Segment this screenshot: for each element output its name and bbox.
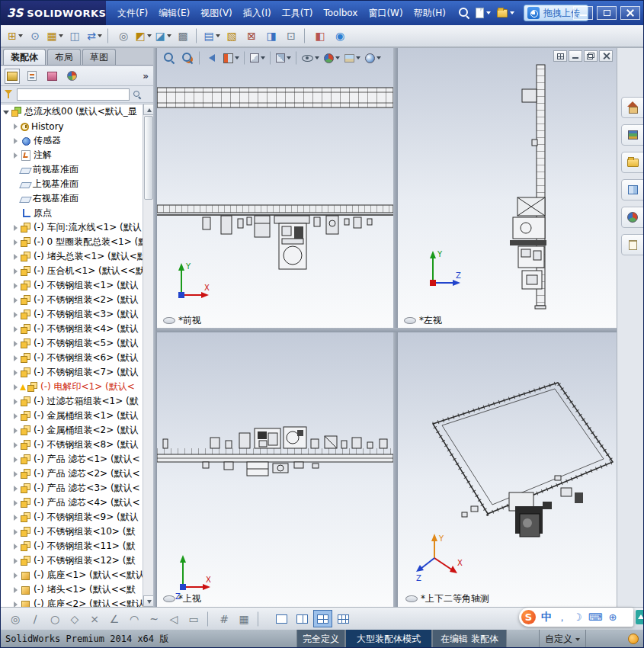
tree-item[interactable]: (-) 产品 滤芯<2> (默认< <box>1 467 143 481</box>
search-icon[interactable] <box>459 8 469 18</box>
menu-item[interactable]: 插入(I) <box>238 1 277 25</box>
tree-expand-caret[interactable] <box>12 456 20 464</box>
smart-dimension-icon[interactable]: ◎ <box>6 610 24 628</box>
tree-item[interactable]: (-) 0 型圈装配总装<1> (默 <box>1 235 143 249</box>
tree-expand-caret[interactable] <box>12 586 20 594</box>
tree-expand-caret[interactable] <box>12 557 20 565</box>
filter-search-icon[interactable] <box>133 90 142 99</box>
open-document-button[interactable] <box>497 9 514 18</box>
sketch-tool-button[interactable] <box>258 611 261 627</box>
viewport-left[interactable]: Y Z *左视 <box>398 48 617 328</box>
toolbar-button[interactable] <box>196 28 199 43</box>
tree-item[interactable]: (-) 不锈钢组装<1> (默认 <box>1 278 143 293</box>
toolbar-button[interactable] <box>107 28 111 43</box>
hide-show-items-icon[interactable] <box>300 50 322 66</box>
tree-item[interactable]: (-) 金属桶组装<1> (默认 <box>1 409 143 423</box>
circle-icon[interactable]: ○ <box>46 610 64 628</box>
viewport-front[interactable]: Y X *前视 <box>157 48 393 328</box>
tree-expand-caret[interactable] <box>12 383 20 391</box>
appearances-icon[interactable] <box>621 207 644 228</box>
previous-view-icon[interactable] <box>203 50 221 66</box>
tree-item[interactable]: 上视基准面 <box>1 177 143 191</box>
tree-expand-caret[interactable] <box>12 572 20 579</box>
mass-properties-icon[interactable]: ⊡ <box>282 27 300 45</box>
angle-icon[interactable]: ∠ <box>105 610 123 628</box>
tree-expand-caret[interactable] <box>12 166 20 174</box>
help-icon[interactable] <box>628 634 639 644</box>
tree-expand-caret[interactable] <box>12 601 20 608</box>
maximize-button[interactable] <box>597 6 617 20</box>
ime-mode-toggle[interactable]: 中 <box>541 611 552 624</box>
section-properties-icon[interactable]: ◧ <box>311 27 329 45</box>
assembly-features-icon[interactable]: ◩ <box>134 27 152 45</box>
view-palette-icon[interactable] <box>621 179 644 200</box>
tree-item[interactable]: 右视基准面 <box>1 191 143 206</box>
show-hidden-components-icon[interactable]: ◎ <box>114 27 133 45</box>
tree-item[interactable]: (-) 不锈钢组装<3> (默认 <box>1 307 143 322</box>
spline-icon[interactable]: ~ <box>145 610 163 628</box>
panel-tab[interactable]: 装配体 <box>3 49 46 65</box>
smart-fasteners-icon[interactable]: ◫ <box>66 27 84 45</box>
close-viewport-icon[interactable] <box>599 50 613 62</box>
bill-of-materials-icon[interactable]: ▤ <box>203 27 221 45</box>
line-icon[interactable]: ∕ <box>26 610 44 628</box>
menu-item[interactable]: 视图(V) <box>195 1 238 25</box>
measure-icon[interactable]: ◨ <box>262 27 280 45</box>
tree-expand-caret[interactable] <box>12 398 20 406</box>
grid-icon[interactable]: # <box>215 610 233 628</box>
menu-item[interactable]: 窗口(W) <box>363 1 408 25</box>
tree-item[interactable]: 传感器 <box>1 133 143 148</box>
tree-expand-caret[interactable] <box>12 253 20 261</box>
tree-expand-caret[interactable] <box>12 470 20 478</box>
sensors-icon[interactable]: ◉ <box>331 27 349 45</box>
tree-item[interactable]: (-) 堵头总装<1> (默认<默 <box>1 249 143 264</box>
design-library-icon[interactable] <box>621 124 644 146</box>
menu-item[interactable]: 编辑(E) <box>153 1 195 25</box>
punctuation-icon[interactable]: ， <box>557 612 567 622</box>
minimize-button[interactable] <box>573 6 593 20</box>
heads-up-button[interactable] <box>270 51 271 65</box>
menu-item[interactable]: 文件(F) <box>112 1 153 25</box>
tree-expand-caret[interactable] <box>12 311 20 319</box>
tree-expand-caret[interactable] <box>12 181 20 188</box>
tree-item[interactable]: (-) 不锈钢组装<12> (默 <box>1 553 143 568</box>
horizontal-viewport-splitter[interactable] <box>157 328 617 332</box>
zoom-to-area-icon[interactable] <box>178 50 197 66</box>
custom-toolbar-selector[interactable]: 自定义 <box>539 630 586 648</box>
moon-icon[interactable]: ☽ <box>573 612 582 622</box>
sogou-logo-icon[interactable]: S <box>521 610 536 624</box>
tree-expand-caret[interactable] <box>12 514 20 521</box>
tree-item[interactable]: (-) 不锈钢组装<10> (默 <box>1 524 143 539</box>
minimize-viewport-icon[interactable] <box>569 50 582 62</box>
tree-expand-caret[interactable] <box>12 282 20 290</box>
tree-item[interactable]: (-) 车间:流水线<1> (默认 <box>1 220 143 235</box>
tree-item[interactable]: (-) 过滤芯箱组装<1> (默 <box>1 394 143 409</box>
tree-item[interactable]: (-) 不锈钢组装<7> (默认 <box>1 365 143 380</box>
displaymanager-tab-icon[interactable] <box>64 69 79 84</box>
tree-item[interactable]: (-) 不锈钢组装<2> (默认 <box>1 293 143 307</box>
viewport-grid-icon[interactable] <box>553 50 567 62</box>
insert-components-icon[interactable]: ⊞ <box>6 27 24 45</box>
tree-item[interactable]: 注解 <box>1 148 143 162</box>
scrollbar-thumb[interactable] <box>144 116 153 200</box>
tree-expand-caret[interactable] <box>12 499 20 507</box>
tree-expand-caret[interactable] <box>12 369 20 377</box>
configurationmanager-tab-icon[interactable] <box>44 69 59 84</box>
viewport-iso[interactable]: Y X Z *上下二等角轴测 <box>398 332 617 607</box>
tree-item[interactable]: (-) 产品 滤芯<4> (默认< <box>1 496 143 510</box>
four-viewport-button[interactable] <box>313 610 332 627</box>
move-component-icon[interactable]: ⇄ <box>85 27 104 45</box>
tree-item[interactable]: (-) 不锈钢组装<9> (默认 <box>1 510 143 524</box>
viewport-grid-button[interactable] <box>334 610 353 627</box>
heads-up-button[interactable] <box>199 51 200 65</box>
mirror-entities-icon[interactable]: ◁ <box>165 610 183 628</box>
tree-expand-caret[interactable] <box>12 195 20 203</box>
restore-viewport-icon[interactable] <box>584 50 598 62</box>
tree-expand-caret[interactable] <box>12 224 20 232</box>
menu-item[interactable]: Toolbox <box>318 1 363 25</box>
display-style-icon[interactable] <box>274 50 293 66</box>
arc-icon[interactable]: ◠ <box>125 610 143 628</box>
tree-expand-caret[interactable] <box>12 354 20 362</box>
tree-item[interactable]: 总流水线00 (默认<默认_显 <box>1 104 143 119</box>
tree-item[interactable]: (-) 不锈钢组装<4> (默认 <box>1 322 143 336</box>
